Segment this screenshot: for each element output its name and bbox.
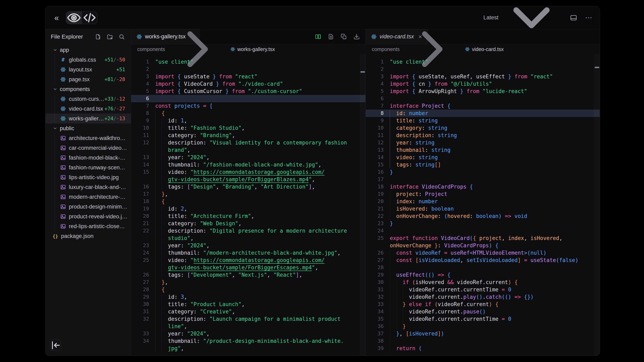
scrollbar-thumb[interactable] (594, 67, 599, 68)
indent-guide (155, 227, 156, 235)
tree-folder-app[interactable]: app (46, 45, 131, 55)
line-number: 25 (366, 235, 384, 242)
code-text: interface Project { (390, 102, 600, 110)
copy-icon[interactable] (340, 33, 347, 40)
tree-file-car-commercial-video-[interactable]: car-commercial-video… (46, 143, 131, 153)
code-editor-works-gallery[interactable]: 1"use client"23import { useState } from … (131, 54, 366, 356)
tree-file-lips-artistic-video.jpg[interactable]: lips-artistic-video.jpg (46, 172, 131, 182)
file-label: fashion-model-black-… (69, 155, 126, 161)
code-text: videoRef.current.currentTime = 0 (390, 315, 600, 323)
indent-guide (162, 220, 162, 227)
line-number: 20 (366, 198, 384, 205)
breadcrumb-file[interactable]: video-card.tsx (472, 46, 504, 52)
line-number: 37 (366, 330, 384, 337)
code-text: year: string (390, 139, 600, 146)
indent-guide (155, 168, 156, 176)
indent-guide (390, 271, 390, 279)
indent-guide (396, 323, 396, 330)
tree-file-modern-architecture-[interactable]: modern-architecture-… (46, 192, 131, 202)
tree-file-video-card.tsx[interactable]: video-card.tsx+76/-27 (46, 104, 131, 114)
line-number: 19 (366, 190, 384, 198)
indent-guide (162, 235, 162, 242)
tree-indent-guide (54, 65, 55, 74)
code-line: 5import { ArrowUpRight } from "lucide-re… (366, 87, 600, 95)
tree-file-custom-curs-[interactable]: custom-curs…+33/-12 (46, 94, 131, 104)
tree-file-luxury-car-black-and-[interactable]: luxury-car-black-and-… (46, 182, 131, 192)
tree-file-product-reveal-video.j-[interactable]: product-reveal-video.j… (46, 212, 131, 221)
indent-guide (162, 161, 162, 168)
breadcrumb-file[interactable]: works-gallery.tsx (237, 46, 275, 52)
collapse-panel-button[interactable]: « (51, 12, 62, 23)
code-line: 23 year: "2024", (131, 242, 366, 249)
diff-added: +33 (104, 96, 113, 102)
line-number: 15 (366, 161, 384, 168)
line-number: 11 (131, 132, 149, 139)
indent-guide (390, 117, 390, 124)
tree-file-product-design-minim-[interactable]: product-design-minim… (46, 202, 131, 212)
tree-folder-public[interactable]: public (46, 123, 131, 133)
tree-indent-guide (54, 104, 55, 114)
tree-file-layout.tsx[interactable]: layout.tsx+51 (46, 65, 131, 74)
tree-file-fashion-model-black-[interactable]: fashion-model-black-… (46, 153, 131, 163)
indent-guide (162, 293, 162, 301)
search-icon[interactable] (119, 34, 125, 40)
preview-toggle-button[interactable] (66, 12, 82, 24)
line-number: 12 (131, 139, 149, 146)
new-folder-icon[interactable] (107, 34, 113, 40)
code-line: 8 { (131, 110, 366, 117)
file-label: fashion-runway-scen… (69, 164, 125, 171)
tree-file-package.json[interactable]: {}package.json (46, 231, 131, 241)
code-line: 26 tags: ["Development", "Next.js", "Rea… (131, 271, 366, 279)
file-label: components (60, 86, 90, 92)
tree-file-architecture-walkthro-[interactable]: architecture-walkthro… (46, 133, 131, 143)
scrollbar-track[interactable] (360, 54, 366, 356)
code-text: year: "2024", (155, 154, 366, 161)
scrollbar-thumb[interactable] (360, 71, 365, 73)
split-diff-icon[interactable] (315, 33, 321, 40)
react-file-icon (60, 96, 66, 102)
code-line: 3import { useState } from "react" (131, 73, 366, 80)
indent-guide (396, 293, 396, 301)
collapse-sidebar-button[interactable] (50, 340, 61, 351)
code-text: category: "Branding", (155, 132, 366, 139)
code-line: 15 video: "https://commondatastorage.goo… (131, 168, 366, 176)
bottom-panel-icon[interactable] (570, 14, 577, 21)
code-line: 29 id: 3, (131, 293, 366, 301)
tree-file-page.tsx[interactable]: page.tsx+81/-28 (46, 74, 131, 84)
code-text: } (390, 168, 600, 176)
code-toggle-button[interactable] (82, 12, 97, 24)
tree-folder-components[interactable]: components (46, 84, 131, 94)
img-file-icon (60, 223, 66, 229)
react-file-icon (60, 106, 66, 112)
indent-guide (155, 190, 156, 198)
indent-guide (396, 308, 396, 315)
code-line: gtv-videos-bucket/sample/ForBiggerBlazes… (131, 176, 366, 183)
tree-indent-guide (54, 94, 55, 104)
tree-file-fashion-runway-scen-[interactable]: fashion-runway-scen… (46, 163, 131, 172)
breadcrumb-folder[interactable]: components (137, 46, 165, 52)
panel-left-close-icon (50, 340, 61, 351)
indent-guide (390, 132, 390, 139)
line-number: 16 (131, 183, 149, 190)
scrollbar-track[interactable] (594, 54, 600, 356)
line-number: 6 (131, 95, 149, 102)
indent-guide (162, 124, 162, 132)
code-editor-video-card[interactable]: 1"use client"23import { useState, useRef… (366, 54, 600, 356)
code-text: id: 1, (155, 117, 366, 124)
indent-guide (390, 154, 390, 161)
code-text: id: 3, (155, 293, 366, 301)
code-text: thumbnail: "/modern-architecture-black-a… (155, 249, 366, 257)
tree-file-globals.css[interactable]: #globals.css+51/-50 (46, 55, 131, 65)
file-explorer-sidebar: File Explorer app#globals.css+51/-50layo… (46, 29, 131, 356)
more-options-icon[interactable] (585, 14, 592, 21)
file-diff-icon[interactable] (328, 33, 334, 40)
breadcrumb-folder[interactable]: components (372, 46, 400, 52)
code-line: 25 video: "https://commondatastorage.goo… (131, 257, 366, 264)
tree-file-red-lips-artistic-close-[interactable]: red-lips-artistic-close… (46, 221, 131, 231)
indent-guide (390, 330, 390, 337)
new-file-icon[interactable] (95, 34, 101, 40)
tree-file-works-galler-[interactable]: works-galler…+24/-13 (46, 114, 131, 123)
react-file-icon (60, 76, 66, 82)
indent-guide (396, 279, 396, 286)
download-icon[interactable] (354, 33, 360, 40)
